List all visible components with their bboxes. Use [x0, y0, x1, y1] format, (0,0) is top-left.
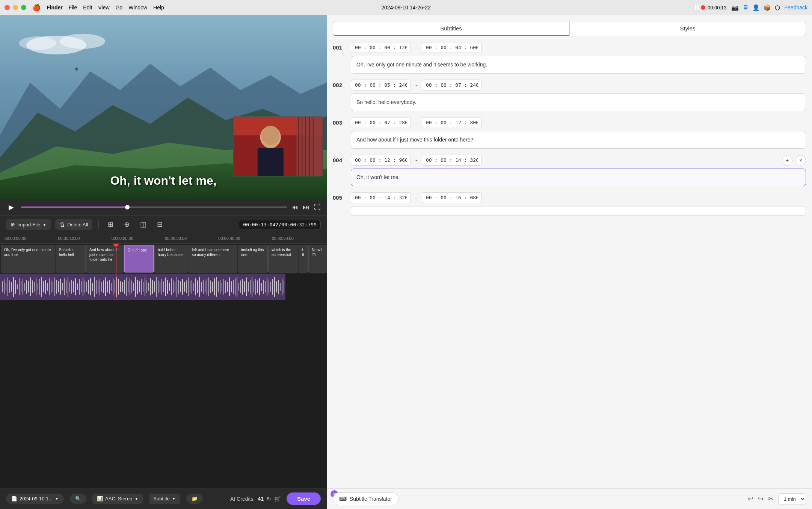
menu-window[interactable]: Window — [128, 5, 147, 11]
subtitle-translator-button[interactable]: ⌨ Subtitle Translator — [333, 492, 398, 505]
subtitle-text-1[interactable]: Oh, I've only got one minute and it seem… — [351, 56, 806, 74]
timeline-clip-7[interactable]: includi ng this one, — [238, 245, 268, 273]
audio-format-button[interactable]: 📊 AAC, Stereo ▼ — [92, 494, 143, 504]
entry-num-5: 005 — [333, 194, 346, 201]
entry-end-time-4[interactable] — [422, 155, 482, 166]
subtitle-text-2[interactable]: So hello, hello everybody. — [351, 93, 806, 111]
progress-bar[interactable] — [21, 206, 287, 208]
timeline-clip-10[interactable]: No w I 'm — [308, 245, 327, 273]
svg-rect-100 — [160, 282, 160, 292]
camera-icon[interactable]: 📷 — [731, 4, 739, 11]
pause-icon[interactable] — [695, 5, 699, 10]
entry-end-time-1[interactable] — [422, 42, 482, 53]
svg-rect-72 — [107, 281, 108, 292]
svg-rect-71 — [105, 277, 106, 296]
skip-forward-icon[interactable]: ⏭ — [303, 203, 309, 211]
dropzone-icon[interactable]: ⬡ — [775, 4, 780, 11]
file-icon: 📄 — [11, 496, 17, 501]
fullscreen-icon[interactable]: ⛶ — [314, 203, 321, 211]
import-file-button[interactable]: ⊕ Import File ▼ — [6, 219, 51, 230]
entry-end-time-2[interactable] — [422, 80, 482, 90]
subtitle-text-3[interactable]: And how about if I just move this folder… — [351, 131, 806, 149]
svg-rect-18 — [6, 283, 6, 291]
skip-back-icon[interactable]: ⏮ — [291, 203, 298, 211]
svg-rect-93 — [146, 280, 147, 293]
menu-file[interactable]: File — [69, 5, 77, 11]
subtitle-text-5[interactable] — [351, 206, 806, 216]
menu-view[interactable]: View — [98, 5, 109, 11]
add-subtitle-icon-button[interactable]: ⊞ — [105, 219, 116, 230]
apple-logo[interactable]: 🍎 — [32, 3, 41, 12]
minimize-button[interactable] — [13, 5, 18, 10]
display-icon[interactable]: 🖥 — [743, 4, 749, 11]
svg-rect-103 — [165, 277, 166, 296]
dropbox-icon[interactable]: 📦 — [764, 4, 771, 11]
search-button[interactable]: 🔍 — [70, 494, 86, 504]
refresh-icon[interactable]: ↻ — [267, 496, 271, 502]
timeline-clip-3[interactable]: And how about if I just move thi s folde… — [86, 245, 124, 273]
feedback-link[interactable]: Feedback — [785, 5, 807, 11]
svg-rect-57 — [79, 279, 80, 295]
play-button[interactable]: ▶ — [6, 202, 17, 212]
maximize-button[interactable] — [21, 5, 26, 10]
entry-start-time-5[interactable] — [351, 192, 411, 203]
face-id-icon[interactable]: 👤 — [752, 4, 760, 11]
ruler-marks: 00:00:00:00 00:00:10:00 00:00:20:00 00:0… — [3, 236, 324, 241]
entry-end-time-3[interactable] — [422, 117, 482, 128]
svg-rect-146 — [246, 277, 247, 296]
svg-rect-152 — [257, 280, 258, 293]
right-panel: Subtitles Styles 001 - Oh, I've only got… — [327, 15, 812, 509]
menu-help[interactable]: Help — [153, 5, 164, 11]
timeline-area: 00:00:00:00 00:00:10:00 00:00:20:00 00:0… — [0, 233, 327, 488]
svg-rect-110 — [178, 280, 179, 294]
subtitle-track: Oh, I've only got one minute and it se S… — [0, 244, 327, 274]
menu-edit[interactable]: Edit — [83, 5, 92, 11]
svg-rect-102 — [163, 281, 164, 292]
svg-rect-59 — [83, 277, 83, 296]
delete-segment-icon-button[interactable]: ⊟ — [154, 219, 166, 230]
subtitle-tool-icon[interactable]: ⊕ — [121, 219, 133, 230]
timeline-clip-5[interactable]: but I better hurry b ecause — [154, 245, 188, 273]
svg-rect-144 — [242, 279, 243, 295]
timeline-clip-8[interactable]: which is the scr eenshot — [268, 245, 298, 273]
timeline-clip-2[interactable]: So hello, hello hell — [56, 245, 86, 273]
entry-delete-button-4[interactable]: × — [795, 155, 806, 166]
svg-rect-61 — [86, 282, 87, 292]
timeline-clip-4-selected[interactable]: O it, if I ope — [124, 245, 154, 273]
duration-select[interactable]: 1 min — [778, 493, 806, 505]
playhead[interactable] — [116, 244, 116, 274]
cart-icon[interactable]: 🛒 — [274, 496, 281, 502]
entry-add-button-4[interactable]: + — [782, 155, 792, 166]
entry-start-time-4[interactable] — [351, 155, 411, 166]
scissors-button[interactable]: ✂ — [768, 495, 774, 503]
waveform-svg — [0, 274, 327, 300]
subtitle-text-4[interactable]: Oh, it won't let me, — [351, 169, 806, 186]
svg-rect-88 — [137, 280, 138, 294]
entry-end-time-5[interactable] — [422, 192, 482, 203]
undo-button[interactable]: ↩ — [748, 495, 753, 503]
segment-icon-button[interactable]: ◫ — [137, 219, 149, 230]
save-button[interactable]: Save — [287, 492, 321, 505]
redo-button[interactable]: ↪ — [758, 495, 764, 503]
timeline-clip-6[interactable]: left and I can see here so many differen — [189, 245, 237, 273]
audio-chevron-icon: ▼ — [134, 497, 138, 501]
menu-go[interactable]: Go — [116, 5, 123, 11]
timeline-clip-1[interactable]: Oh, I've only got one minute and it se — [1, 245, 55, 273]
svg-rect-87 — [135, 277, 136, 297]
menu-finder[interactable]: Finder — [47, 5, 63, 11]
close-button[interactable] — [5, 5, 10, 10]
tab-styles[interactable]: Styles — [569, 21, 806, 36]
entry-start-time-3[interactable] — [351, 117, 411, 128]
toolbar-separator — [98, 220, 99, 229]
svg-rect-148 — [250, 280, 251, 294]
file-name-button[interactable]: 📄 2024-09-10 1... ▼ — [6, 494, 64, 504]
delete-all-button[interactable]: 🗑 Delete All — [55, 219, 92, 230]
subtitle-type-button[interactable]: Subtitle ▼ — [149, 494, 180, 504]
entry-start-time-2[interactable] — [351, 80, 411, 90]
tab-subtitles[interactable]: Subtitles — [333, 21, 569, 36]
svg-rect-97 — [154, 281, 155, 292]
entry-start-time-1[interactable] — [351, 42, 411, 53]
folder-button[interactable]: 📁 — [186, 494, 203, 504]
timeline-clip-9[interactable]: t a — [299, 245, 308, 273]
svg-rect-64 — [92, 283, 93, 291]
